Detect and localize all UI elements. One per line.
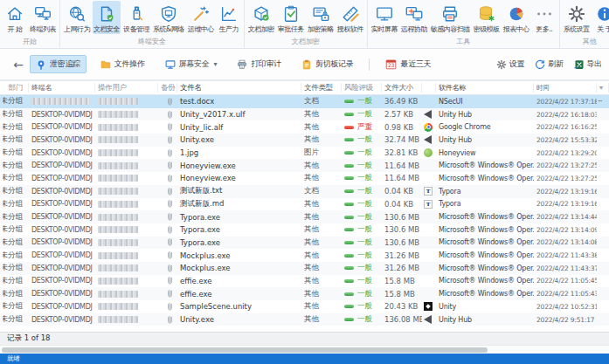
date-filter-recent-3-days[interactable]: 23最近三天	[379, 55, 437, 73]
tab-print-audit[interactable]: 打印审计	[231, 55, 287, 73]
table-row[interactable]: 未分组 DESKTOP-0VIDMDJ 1.jpg 图片 一般 32.81 KB…	[0, 147, 609, 160]
ribbon-item-more[interactable]: 更多..	[532, 1, 557, 34]
cell-app: Microsoft® Windows® Oper...	[436, 213, 534, 221]
record-bar: 记录 1 of 18	[0, 332, 609, 345]
ribbon-item-about[interactable]: 关 于	[592, 1, 609, 34]
ribbon-item-encryption-policy[interactable]: 加密策略	[307, 1, 335, 34]
print-audit-icon	[237, 59, 247, 70]
risk-level-icon	[344, 113, 354, 116]
table-row[interactable]: 未分组 DESKTOP-0VIDMDJ 测试新版.md 其他 一般 0.04 K…	[0, 198, 609, 211]
tab-label: 剪切板记录	[315, 58, 354, 70]
cell-filesize: 31.26 MB	[382, 264, 422, 272]
cell-menu[interactable]: ···	[597, 98, 609, 106]
cell-backup	[158, 302, 177, 312]
ribbon-item-terminal-list[interactable]: 终端列表	[29, 1, 57, 34]
ribbon-item-device-management[interactable]: 设备管理	[122, 1, 150, 34]
cell-app-icon	[422, 123, 436, 132]
cell-backup	[158, 289, 177, 299]
ribbon-item-system-settings[interactable]: 系统设置	[563, 1, 591, 34]
cell-filesize: 0.04 KB	[382, 187, 422, 196]
table-row[interactable]: 未分组 DESKTOP-0VIDMDJ Mockplus.exe 其他 一般 3…	[0, 249, 609, 262]
table-row[interactable]: 未分组 test.docx 文档 一般 36.49 KB NSecUI 2022…	[0, 95, 609, 108]
column-header-terminal[interactable]: 终端名	[29, 83, 95, 93]
table-row[interactable]: 未分组 DESKTOP-0VIDMDJ effie.exe 其他 一般 15.8…	[0, 287, 609, 300]
cell-department: 未分组	[0, 314, 29, 325]
table-row[interactable]: 未分组 DESKTOP-0VIDMDJ Unity_lic.alf 其他 严重 …	[0, 120, 609, 134]
windows-app-icon	[424, 264, 433, 272]
ribbon-item-web-behavior[interactable]: 上网行为	[63, 1, 91, 34]
table-row[interactable]: 未分组 DESKTOP-0VIDMDJ Honeyview.exe 其他 一般 …	[0, 172, 609, 185]
table-row[interactable]: 未分组 DESKTOP-0VIDMDJ Typora.exe 其他 一般 130…	[0, 223, 609, 237]
tab-leak-trace[interactable]: 泄密追踪	[30, 55, 87, 73]
ribbon-item-label: 报表中心	[503, 24, 529, 34]
ribbon-item-classification-template[interactable]: 密级模板	[473, 1, 501, 34]
horizontal-scrollbar[interactable]	[0, 345, 609, 354]
ribbon-item-approval-tasks[interactable]: 审批任务	[277, 1, 305, 34]
cell-terminal: DESKTOP-0VIDMDJ	[29, 136, 95, 144]
filter-dropdown-icon[interactable]: ▾	[599, 84, 603, 92]
refresh-button[interactable]: 刷新	[535, 58, 563, 70]
back-button[interactable]: ←	[7, 58, 30, 72]
table-row[interactable]: 未分组 DESKTOP-0VIDMDJ SampleScene.unity 其他…	[0, 300, 609, 313]
table-row[interactable]: 未分组 DESKTOP-0VIDMDJ Unity.exe 其他 一般 136.…	[0, 313, 609, 326]
table-row[interactable]: 未分组 DESKTOP-0VIDMDJ Unity_v2017.x.ulf 其他…	[0, 108, 609, 121]
table-row[interactable]: 未分组 DESKTOP-0VIDMDJ Typora.exe 其他 一般 130…	[0, 237, 609, 250]
column-header-app-icon[interactable]	[422, 83, 436, 93]
table-row[interactable]: 未分组 DESKTOP-0VIDMDJ Unity.exe 其他 一般 32.7…	[0, 134, 609, 147]
column-header-department[interactable]: 部门	[0, 83, 29, 93]
table-row[interactable]: 未分组 DESKTOP-0VIDMDJ Mockplus.exe 其他 一般 3…	[0, 262, 609, 275]
refresh-label: 刷新	[548, 58, 563, 70]
column-header-filetype[interactable]: 文件类型	[301, 83, 342, 93]
cell-terminal: DESKTOP-0VIDMDJ	[29, 123, 95, 131]
ribbon-item-document-security[interactable]: 文档安全	[93, 1, 121, 34]
column-header-time[interactable]: 时间	[534, 83, 597, 93]
cell-filetype: 其他	[301, 109, 342, 120]
windows-app-icon	[424, 174, 433, 182]
table-row[interactable]: 未分组 DESKTOP-0VIDMDJ Honeyview.exe 其他 一般 …	[0, 159, 609, 172]
ribbon-item-label: 实时屏幕	[371, 24, 398, 34]
ribbon-item-system-network[interactable]: 系统&网络	[152, 1, 185, 34]
classification-template-icon	[475, 3, 498, 24]
cell-terminal: DESKTOP-0VIDMDJ	[29, 290, 95, 298]
cell-backup	[158, 122, 177, 132]
tab-screen-security[interactable]: 屏幕安全▾	[159, 55, 224, 73]
svg-text:23: 23	[388, 62, 395, 68]
cell-operator	[95, 214, 158, 221]
ribbon-item-doc-encryption[interactable]: 文档加密	[247, 1, 275, 34]
ribbon-item-ops-center[interactable]: 运维中心	[187, 1, 215, 34]
ribbon-item-realtime-screen[interactable]: 实时屏幕	[370, 1, 398, 34]
ribbon-item-productivity[interactable]: 生产力	[217, 1, 241, 34]
ribbon-item-sensitive-content-scan[interactable]: 敏感内容扫描	[430, 1, 471, 34]
table-row[interactable]: 未分组 DESKTOP-0VIDMDJ Typora.exe 其他 一般 130…	[0, 210, 609, 223]
column-header-filesize[interactable]: 文件大小	[382, 83, 422, 93]
tab-list: 泄密追踪 文件操作 屏幕安全▾ 打印审计 剪切板记录 23最近三天	[30, 55, 437, 73]
column-header-operator[interactable]: 操作用户	[95, 83, 158, 93]
column-header-backup[interactable]: 备份	[158, 83, 177, 93]
cell-department: 未分组	[0, 148, 29, 158]
cell-backup	[158, 237, 177, 247]
scrollbar-thumb[interactable]	[2, 347, 488, 353]
column-header-filename[interactable]: 文件名	[177, 83, 301, 93]
ribbon-item-authorized-software[interactable]: 授权软件	[336, 1, 364, 34]
cell-department: 未分组	[0, 161, 29, 171]
export-button[interactable]: 导出	[574, 58, 602, 70]
cell-risk: 一般	[342, 301, 382, 312]
table-row[interactable]: 未分组 DESKTOP-0VIDMDJ effie.exe 其他 一般 15.8…	[0, 275, 609, 288]
ribbon-item-remote-assist[interactable]: 远程协助	[400, 1, 428, 34]
redacted-operator	[98, 111, 138, 118]
ribbon-item-label: 文档安全	[93, 24, 120, 34]
table-row[interactable]: 未分组 DESKTOP-0VIDMDJ 测试新版.txt 文档 一般 0.04 …	[0, 185, 609, 198]
column-header-risk[interactable]: 风险评级	[342, 83, 382, 93]
ribbon-item-start[interactable]: 开 始	[3, 1, 27, 34]
cell-app: Typora	[436, 200, 534, 208]
settings-button[interactable]: 设置	[496, 58, 524, 70]
tab-file-operations[interactable]: 文件操作	[94, 55, 151, 73]
cell-backup	[158, 148, 177, 158]
tab-clipboard-records[interactable]: 剪切板记录	[295, 55, 360, 73]
column-header-menu[interactable]: ▾	[597, 83, 609, 93]
paperclip-icon	[165, 315, 175, 325]
risk-level-icon	[344, 241, 354, 244]
ribbon-item-label: 审批任务	[278, 24, 304, 34]
column-header-app[interactable]: 软件名称	[436, 83, 534, 93]
ribbon-item-report-center[interactable]: 报表中心	[502, 1, 530, 34]
